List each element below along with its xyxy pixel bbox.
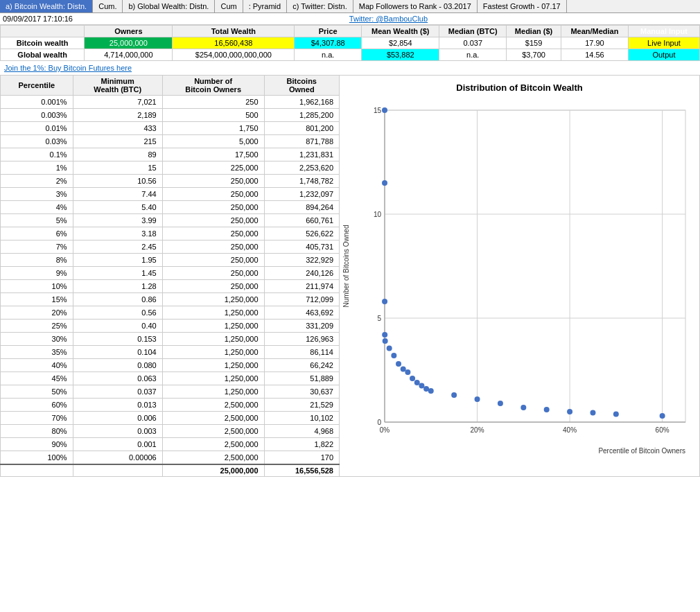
cell-btc-owned: 1,748,782 <box>264 174 339 187</box>
cell-percentile: 80% <box>1 424 73 437</box>
cell-num-owners: 250,000 <box>162 187 264 200</box>
table-row: 0.003% 2,189 500 1,285,200 <box>1 108 340 121</box>
cell-btc-owned: 126,963 <box>264 332 339 345</box>
cell-num-owners: 17,500 <box>162 148 264 161</box>
cell-num-owners: 250,000 <box>162 253 264 266</box>
svg-point-36 <box>451 392 457 398</box>
table-row: 45% 0.063 1,250,000 51,889 <box>1 371 340 385</box>
tab-fastest-growth[interactable]: Fastest Growth - 07.17 <box>478 0 567 12</box>
cell-min-wealth: 0.001 <box>73 437 162 451</box>
tab-map-followers[interactable]: Map Followers to Rank - 03.2017 <box>353 0 478 12</box>
svg-point-22 <box>382 180 387 186</box>
cell-min-wealth: 7,021 <box>73 96 162 109</box>
svg-point-25 <box>383 338 388 344</box>
svg-point-41 <box>567 409 572 414</box>
svg-point-38 <box>498 401 503 406</box>
bitcoin-wealth-label: Bitcoin wealth <box>1 37 85 49</box>
bitcoin-median-btc: 0.037 <box>439 37 507 49</box>
cell-min-wealth: 1.95 <box>73 253 162 266</box>
cell-btc-owned: 526,622 <box>264 227 339 240</box>
table-row: 30% 0.153 1,250,000 126,963 <box>1 332 340 345</box>
cell-min-wealth: 7.44 <box>73 187 162 200</box>
col-header-blank <box>1 26 85 37</box>
cell-btc-owned: 1,231,831 <box>264 148 339 161</box>
cell-percentile: 4% <box>1 200 73 213</box>
cell-percentile: 9% <box>1 266 73 279</box>
cell-btc-owned: 21,529 <box>264 398 339 411</box>
svg-point-32 <box>414 380 420 385</box>
cell-percentile: 90% <box>1 437 73 451</box>
col-header-total-wealth: Total Wealth <box>173 26 295 37</box>
global-mean-median: 14.56 <box>561 49 628 61</box>
svg-text:15: 15 <box>374 107 382 114</box>
cell-num-owners: 1,250,000 <box>162 385 264 398</box>
global-total-wealth: $254,000,000,000,000 <box>173 49 295 61</box>
table-row: 20% 0.56 1,250,000 463,692 <box>1 306 340 319</box>
cell-btc-owned: 871,788 <box>264 134 339 148</box>
cell-percentile: 100% <box>1 451 73 464</box>
col-num-owners: Number ofBitcoin Owners <box>162 76 264 96</box>
bitcoin-price: $4,307.88 <box>295 37 362 49</box>
svg-point-43 <box>613 412 619 417</box>
cell-percentile: 40% <box>1 358 73 371</box>
cell-percentile: 20% <box>1 306 73 319</box>
cell-percentile: 7% <box>1 240 73 253</box>
svg-point-33 <box>419 383 424 389</box>
cell-btc-owned: 66,242 <box>264 358 339 371</box>
cell-percentile: 6% <box>1 227 73 240</box>
global-median-btc: n.a. <box>439 49 507 61</box>
svg-point-24 <box>382 332 387 338</box>
cell-num-owners: 250,000 <box>162 279 264 292</box>
cell-min-wealth: 3.99 <box>73 213 162 227</box>
global-mean-wealth: $53,882 <box>362 49 439 61</box>
cell-percentile: 0.003% <box>1 108 73 121</box>
svg-point-42 <box>590 410 595 416</box>
cell-min-wealth: 0.104 <box>73 345 162 358</box>
svg-point-39 <box>520 405 526 410</box>
tab-cum1[interactable]: Cum. <box>93 0 123 12</box>
tab-pyramid[interactable]: : Pyramid <box>243 0 287 12</box>
join-link[interactable]: Join the 1%: Buy Bitcoin Futures here <box>0 61 136 75</box>
cell-num-owners: 2,500,000 <box>162 451 264 464</box>
cell-num-owners: 2,500,000 <box>162 398 264 411</box>
cell-percentile: 15% <box>1 292 73 306</box>
header-row: 09/09/2017 17:10:16 Twitter: @BambouClub <box>0 13 700 25</box>
cell-min-wealth: 0.006 <box>73 411 162 424</box>
svg-text:0%: 0% <box>380 426 390 434</box>
cell-num-owners: 2,500,000 <box>162 437 264 451</box>
table-row: 35% 0.104 1,250,000 86,114 <box>1 345 340 358</box>
col-header-mean-median: Mean/Median <box>561 26 628 37</box>
tab-twitter[interactable]: c) Twitter: Distn. <box>287 0 353 12</box>
tab-global-wealth[interactable]: b) Global Wealth: Distn. <box>123 0 215 12</box>
global-median-usd: $3,700 <box>507 49 561 61</box>
cell-percentile: 10% <box>1 279 73 292</box>
svg-point-29 <box>401 367 406 372</box>
cell-percentile: 8% <box>1 253 73 266</box>
cell-percentile: 0.03% <box>1 134 73 148</box>
table-row: 50% 0.037 1,250,000 30,637 <box>1 385 340 398</box>
chart-title: Distribution of Bitcoin Wealth <box>340 76 699 96</box>
svg-point-31 <box>410 376 415 381</box>
cell-min-wealth: 2.45 <box>73 240 162 253</box>
cell-btc-owned: 712,099 <box>264 292 339 306</box>
cell-num-owners: 250,000 <box>162 227 264 240</box>
twitter-link[interactable]: Twitter: @BambouClub <box>349 15 428 23</box>
table-row: 4% 5.40 250,000 894,264 <box>1 200 340 213</box>
cell-num-owners: 5,000 <box>162 134 264 148</box>
table-row: 2% 10.56 250,000 1,748,782 <box>1 174 340 187</box>
global-wealth-label: Global wealth <box>1 49 85 61</box>
svg-rect-0 <box>385 110 685 422</box>
global-owners: 4,714,000,000 <box>85 49 173 61</box>
table-row: 25% 0.40 1,250,000 331,209 <box>1 319 340 332</box>
cell-percentile: 3% <box>1 187 73 200</box>
cell-percentile: 1% <box>1 161 73 174</box>
cell-btc-owned: 4,968 <box>264 424 339 437</box>
cell-min-wealth: 0.013 <box>73 398 162 411</box>
tab-cum2[interactable]: Cum <box>215 0 243 12</box>
cell-num-owners: 250,000 <box>162 213 264 227</box>
col-btc-owned: BitcoinsOwned <box>264 76 339 96</box>
cell-min-wealth: 0.153 <box>73 332 162 345</box>
cell-btc-owned: 1,285,200 <box>264 108 339 121</box>
col-header-median-usd: Median ($) <box>507 26 561 37</box>
tab-bitcoin-wealth[interactable]: a) Bitcoin Wealth: Distn. <box>0 0 93 12</box>
